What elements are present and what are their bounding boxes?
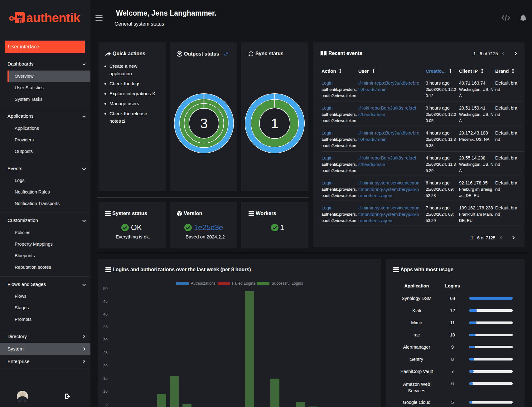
svg-text:3: 3 — [200, 116, 208, 131]
svg-text:authentik: authentik — [26, 11, 81, 25]
svg-text:1: 1 — [271, 116, 278, 131]
